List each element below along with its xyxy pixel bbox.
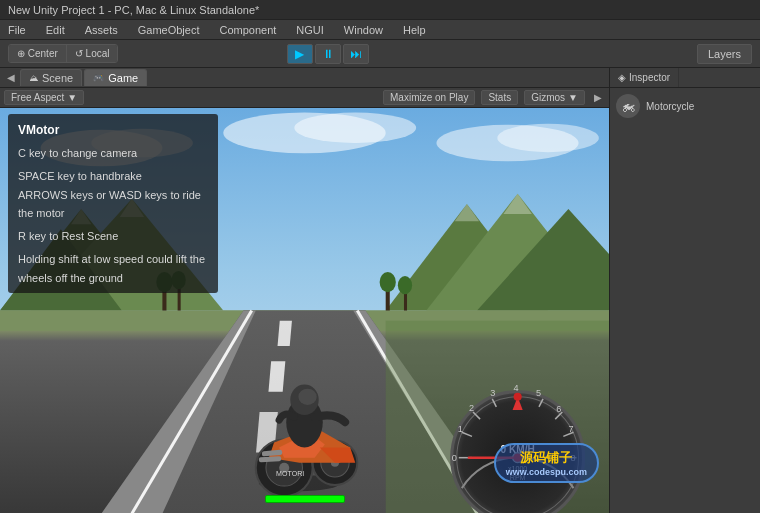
inspector-content: 🏍 Motorcycle — [610, 88, 760, 130]
svg-text:0: 0 — [452, 453, 457, 463]
game-icon: 🎮 — [93, 73, 104, 83]
svg-point-4 — [294, 113, 416, 143]
tabs-row: ◀ ⛰ Scene 🎮 Game — [0, 68, 609, 88]
panel-collapse-button[interactable]: ▶ — [591, 90, 605, 105]
svg-point-36 — [398, 276, 412, 294]
gizmos-label: Gizmos — [531, 92, 565, 103]
watermark-line2: www.codespu.com — [506, 467, 587, 477]
center-button[interactable]: ⊕ Center — [9, 45, 67, 62]
health-bar — [265, 495, 345, 503]
svg-rect-22 — [278, 321, 292, 346]
scene-tab[interactable]: ⛰ Scene — [20, 69, 82, 86]
inspector-tab-label: Inspector — [629, 72, 670, 83]
svg-point-34 — [380, 272, 396, 292]
inspector-header: 🏍 Motorcycle — [616, 94, 754, 118]
gizmos-chevron: ▼ — [568, 92, 578, 103]
left-panel: ◀ ⛰ Scene 🎮 Game Free Aspect ▼ Maximize … — [0, 68, 610, 513]
svg-text:2: 2 — [469, 403, 474, 413]
right-tabs: ◈ Inspector — [610, 68, 760, 88]
game-toolbar: Free Aspect ▼ Maximize on Play Stats Giz… — [0, 88, 609, 108]
toolbar: ⊕ Center ↺ Local ▶ ⏸ ⏭ Layers — [0, 40, 760, 68]
title-bar: New Unity Project 1 - PC, Mac & Linux St… — [0, 0, 760, 20]
aspect-chevron: ▼ — [67, 92, 77, 103]
menu-help[interactable]: Help — [399, 24, 430, 36]
unity-logo-icon: ◈ — [618, 72, 626, 83]
menu-bar: File Edit Assets GameObject Component NG… — [0, 20, 760, 40]
svg-text:MOTORI: MOTORI — [276, 470, 304, 478]
game-tab-label: Game — [108, 72, 138, 84]
maximize-label: Maximize on Play — [390, 92, 468, 103]
transform-tool-group: ⊕ Center ↺ Local — [8, 44, 118, 63]
svg-text:4: 4 — [514, 383, 519, 393]
menu-ngui[interactable]: NGUI — [292, 24, 328, 36]
svg-rect-23 — [268, 361, 285, 391]
menu-edit[interactable]: Edit — [42, 24, 69, 36]
maximize-button[interactable]: Maximize on Play — [383, 90, 475, 105]
svg-point-75 — [514, 393, 522, 401]
overlay-line-4: R key to Rest Scene — [18, 227, 208, 246]
menu-file[interactable]: File — [4, 24, 30, 36]
aspect-button[interactable]: Free Aspect ▼ — [4, 90, 84, 105]
svg-text:1: 1 — [458, 424, 463, 434]
menu-assets[interactable]: Assets — [81, 24, 122, 36]
step-button[interactable]: ⏭ — [343, 44, 369, 64]
stats-label: Stats — [488, 92, 511, 103]
scene-icon: ⛰ — [29, 73, 38, 83]
inspector-object-name: Motorcycle — [646, 101, 694, 112]
game-overlay: VMotor C key to change camera SPACE key … — [8, 114, 218, 293]
menu-window[interactable]: Window — [340, 24, 387, 36]
svg-point-6 — [497, 124, 598, 152]
game-tab[interactable]: 🎮 Game — [84, 69, 147, 86]
svg-text:5: 5 — [536, 388, 541, 398]
overlay-line-1: C key to change camera — [18, 144, 208, 163]
game-viewport: MOTORI 0 1 2 3 — [0, 108, 609, 513]
svg-text:7: 7 — [568, 424, 573, 434]
overlay-line-3: ARROWS keys or WASD keys to ride the mot… — [18, 186, 208, 223]
local-button[interactable]: ↺ Local — [67, 45, 118, 62]
pause-button[interactable]: ⏸ — [315, 44, 341, 64]
gizmos-button[interactable]: Gizmos ▼ — [524, 90, 585, 105]
svg-text:3: 3 — [490, 388, 495, 398]
layers-button[interactable]: Layers — [697, 44, 752, 64]
svg-text:6: 6 — [556, 404, 561, 414]
main-area: ◀ ⛰ Scene 🎮 Game Free Aspect ▼ Maximize … — [0, 68, 760, 513]
right-panel: ◈ Inspector 🏍 Motorcycle — [610, 68, 760, 513]
menu-component[interactable]: Component — [215, 24, 280, 36]
play-button[interactable]: ▶ — [287, 44, 313, 64]
inspector-logo: 🏍 — [616, 94, 640, 118]
overlay-line-5: Holding shift at low speed could lift th… — [18, 250, 208, 287]
overlay-line-2: SPACE key to handbrake — [18, 167, 208, 186]
watermark: 源码铺子 www.codespu.com — [494, 443, 599, 483]
overlay-title: VMotor — [18, 120, 208, 140]
menu-gameobject[interactable]: GameObject — [134, 24, 204, 36]
aspect-label: Free Aspect — [11, 92, 64, 103]
stats-button[interactable]: Stats — [481, 90, 518, 105]
play-controls: ▶ ⏸ ⏭ — [287, 44, 369, 64]
title-text: New Unity Project 1 - PC, Mac & Linux St… — [8, 4, 259, 16]
scene-tab-label: Scene — [42, 72, 73, 84]
watermark-line1: 源码铺子 — [506, 449, 587, 467]
collapse-button[interactable]: ◀ — [4, 72, 18, 83]
svg-point-51 — [298, 389, 316, 405]
inspector-tab[interactable]: ◈ Inspector — [610, 68, 679, 87]
game-toolbar-right: Maximize on Play Stats Gizmos ▼ ▶ — [383, 90, 605, 105]
